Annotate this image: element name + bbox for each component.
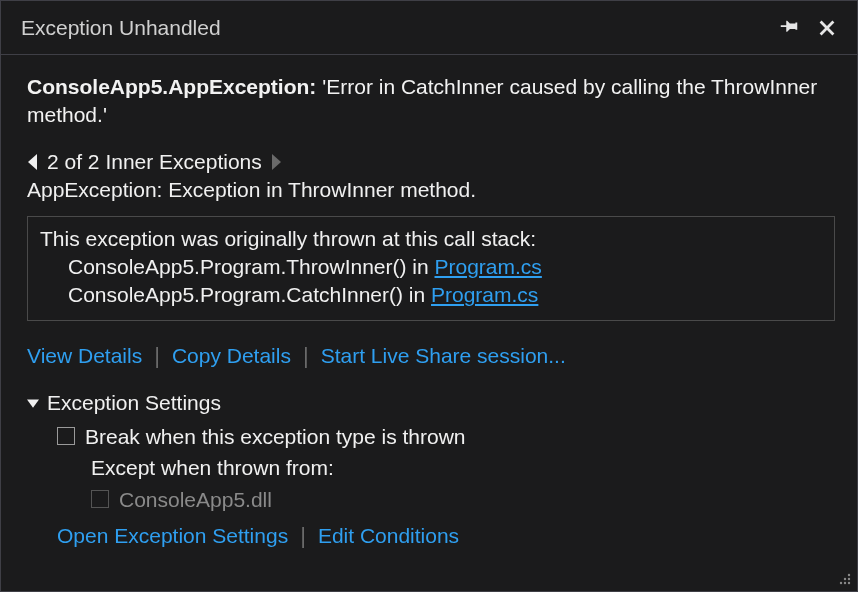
stack-frame-loc: ConsoleApp5.Program.ThrowInner() in	[68, 255, 435, 278]
edit-conditions-link[interactable]: Edit Conditions	[318, 524, 459, 548]
module-label: ConsoleApp5.dll	[119, 484, 272, 516]
content-area: ConsoleApp5.AppException: 'Error in Catc…	[1, 55, 857, 559]
module-row: ConsoleApp5.dll	[57, 484, 835, 516]
inner-exception-nav: 2 of 2 Inner Exceptions	[27, 150, 835, 174]
live-share-link[interactable]: Start Live Share session...	[321, 344, 566, 368]
stack-file-link[interactable]: Program.cs	[431, 283, 538, 306]
exception-settings-label: Exception Settings	[47, 391, 221, 415]
svg-point-5	[840, 582, 842, 584]
separator: |	[301, 343, 311, 369]
exception-settings-body: Break when this exception type is thrown…	[27, 421, 835, 516]
view-details-link[interactable]: View Details	[27, 344, 142, 368]
close-icon[interactable]	[811, 12, 843, 44]
inner-exception-counter: 2 of 2 Inner Exceptions	[47, 150, 262, 174]
break-when-row: Break when this exception type is thrown	[57, 421, 835, 453]
resize-grip-icon[interactable]	[835, 569, 853, 587]
separator: |	[152, 343, 162, 369]
svg-point-3	[844, 582, 846, 584]
expand-down-icon	[27, 397, 39, 409]
except-when-label: Except when thrown from:	[57, 452, 835, 484]
stack-frame: ConsoleApp5.Program.ThrowInner() in Prog…	[40, 253, 822, 281]
next-inner-icon	[270, 154, 282, 170]
call-stack-intro: This exception was originally thrown at …	[40, 225, 822, 253]
stack-frame: ConsoleApp5.Program.CatchInner() in Prog…	[40, 281, 822, 309]
module-checkbox	[91, 490, 109, 508]
call-stack-box: This exception was originally thrown at …	[27, 216, 835, 321]
separator: |	[298, 523, 308, 549]
break-when-checkbox[interactable]	[57, 427, 75, 445]
inner-exception-desc: AppException: Exception in ThrowInner me…	[27, 178, 835, 202]
action-link-row: View Details | Copy Details | Start Live…	[27, 343, 835, 369]
exception-settings-toggle[interactable]: Exception Settings	[27, 391, 835, 415]
stack-frame-loc: ConsoleApp5.Program.CatchInner() in	[68, 283, 431, 306]
svg-point-2	[848, 574, 850, 576]
window-title: Exception Unhandled	[21, 16, 767, 40]
svg-point-1	[848, 578, 850, 580]
break-when-label: Break when this exception type is thrown	[85, 421, 466, 453]
stack-file-link[interactable]: Program.cs	[435, 255, 542, 278]
title-bar: Exception Unhandled	[1, 1, 857, 55]
svg-point-0	[848, 582, 850, 584]
exception-type: ConsoleApp5.AppException:	[27, 75, 316, 98]
settings-link-row: Open Exception Settings | Edit Condition…	[27, 523, 835, 549]
copy-details-link[interactable]: Copy Details	[172, 344, 291, 368]
open-exception-settings-link[interactable]: Open Exception Settings	[57, 524, 288, 548]
pin-icon[interactable]	[773, 12, 805, 44]
exception-message: ConsoleApp5.AppException: 'Error in Catc…	[27, 73, 835, 130]
svg-point-4	[844, 578, 846, 580]
prev-inner-icon[interactable]	[27, 154, 39, 170]
